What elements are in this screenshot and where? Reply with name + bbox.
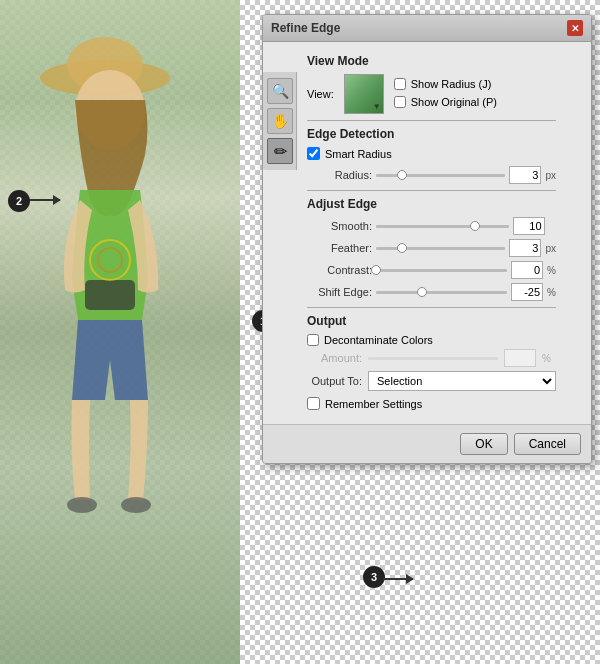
decontaminate-row: Decontaminate Colors: [307, 334, 556, 346]
show-radius-checkbox[interactable]: [394, 78, 406, 90]
view-preview-button[interactable]: ▼: [344, 74, 384, 114]
shift-edge-label: Shift Edge:: [307, 286, 372, 298]
adjust-edge-section-title: Adjust Edge: [307, 197, 556, 211]
smart-radius-row: Smart Radius: [307, 147, 556, 160]
output-to-row: Output To: Selection Layer Mask New Laye…: [307, 371, 556, 391]
remember-settings-label: Remember Settings: [325, 398, 422, 410]
ok-button[interactable]: OK: [460, 433, 507, 455]
radius-label: Radius:: [307, 169, 372, 181]
output-to-select[interactable]: Selection Layer Mask New Layer New Layer…: [368, 371, 556, 391]
close-button[interactable]: ✕: [567, 20, 583, 36]
contrast-row: Contrast: %: [307, 261, 556, 279]
smooth-slider-track[interactable]: [376, 225, 509, 228]
edge-detection-section-title: Edge Detection: [307, 127, 556, 141]
feather-unit: px: [545, 243, 556, 254]
brush-tool-button[interactable]: ✏: [267, 138, 293, 164]
contrast-slider-thumb[interactable]: [371, 265, 381, 275]
svg-rect-3: [85, 280, 135, 310]
amount-value-input: [504, 349, 536, 367]
contrast-value-input[interactable]: [511, 261, 543, 279]
dialog-buttons: OK Cancel: [263, 424, 591, 463]
feather-slider-track[interactable]: [376, 247, 505, 250]
shift-edge-slider-track[interactable]: [376, 291, 507, 294]
arrow-2: [30, 199, 60, 201]
show-radius-label: Show Radius (J): [411, 78, 492, 90]
radius-unit: px: [545, 170, 556, 181]
decontaminate-label: Decontaminate Colors: [324, 334, 433, 346]
view-label: View:: [307, 88, 334, 100]
remember-settings-row: Remember Settings: [307, 397, 556, 410]
radius-slider-track[interactable]: [376, 174, 505, 177]
shift-edge-slider-thumb[interactable]: [417, 287, 427, 297]
dialog-title: Refine Edge: [271, 21, 340, 35]
shift-edge-row: Shift Edge: %: [307, 283, 556, 301]
shift-edge-value-input[interactable]: [511, 283, 543, 301]
smooth-value-input[interactable]: [513, 217, 545, 235]
hand-icon: ✋: [272, 113, 289, 129]
smart-radius-checkbox[interactable]: [307, 147, 320, 160]
divider-2: [307, 190, 556, 191]
dialog-titlebar: Refine Edge ✕: [263, 15, 591, 42]
contrast-label: Contrast:: [307, 264, 372, 276]
arrow-3: [383, 578, 413, 580]
amount-row: Amount: %: [307, 349, 556, 367]
shift-edge-unit: %: [547, 287, 556, 298]
radius-value-input[interactable]: [509, 166, 541, 184]
refine-edge-dialog: Refine Edge ✕ 🔍 ✋ ✏ View Mode View:: [262, 14, 592, 464]
feather-row: Feather: px: [307, 239, 556, 257]
show-original-label: Show Original (P): [411, 96, 497, 108]
view-dropdown-arrow: ▼: [373, 102, 381, 111]
show-radius-row: Show Radius (J): [394, 78, 497, 90]
output-section-title: Output: [307, 314, 556, 328]
dialog-toolbar: 🔍 ✋ ✏: [263, 72, 297, 170]
amount-slider-track: [368, 357, 498, 360]
girl-silhouette: [0, 0, 240, 664]
show-original-row: Show Original (P): [394, 96, 497, 108]
radius-slider-thumb[interactable]: [397, 170, 407, 180]
svg-point-5: [121, 497, 151, 513]
remember-settings-checkbox[interactable]: [307, 397, 320, 410]
view-checkboxes: Show Radius (J) Show Original (P): [394, 78, 497, 111]
zoom-tool-button[interactable]: 🔍: [267, 78, 293, 104]
badge-2: 2: [8, 190, 30, 212]
cancel-button[interactable]: Cancel: [514, 433, 581, 455]
view-mode-row: View: ▼ Show Radius (J) Show Original (P…: [307, 74, 556, 114]
contrast-unit: %: [547, 265, 556, 276]
divider-1: [307, 120, 556, 121]
badge-3: 3: [363, 566, 385, 588]
view-mode-section-title: View Mode: [307, 54, 556, 68]
divider-3: [307, 307, 556, 308]
show-original-checkbox[interactable]: [394, 96, 406, 108]
dialog-main-content: View Mode View: ▼ Show Radius (J) Show O…: [297, 42, 566, 424]
brush-icon: ✏: [274, 142, 287, 161]
smooth-label: Smooth:: [307, 220, 372, 232]
decontaminate-checkbox[interactable]: [307, 334, 319, 346]
smart-radius-label: Smart Radius: [325, 148, 392, 160]
amount-label: Amount:: [307, 352, 362, 364]
svg-point-4: [67, 497, 97, 513]
amount-unit: %: [542, 353, 556, 364]
hand-tool-button[interactable]: ✋: [267, 108, 293, 134]
feather-slider-thumb[interactable]: [397, 243, 407, 253]
contrast-slider-track[interactable]: [376, 269, 507, 272]
output-to-label: Output To:: [307, 375, 362, 387]
smooth-slider-thumb[interactable]: [470, 221, 480, 231]
zoom-icon: 🔍: [272, 83, 289, 99]
smooth-row: Smooth:: [307, 217, 556, 235]
feather-label: Feather:: [307, 242, 372, 254]
radius-row: Radius: px: [307, 166, 556, 184]
feather-value-input[interactable]: [509, 239, 541, 257]
